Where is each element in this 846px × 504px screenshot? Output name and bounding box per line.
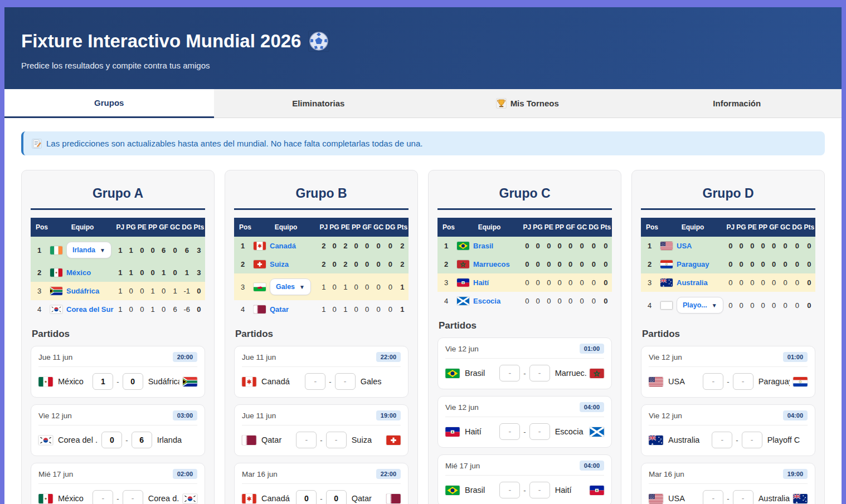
stat-cell: 0 bbox=[769, 273, 780, 292]
home-score-input[interactable] bbox=[703, 490, 723, 504]
away-score-input[interactable] bbox=[123, 373, 143, 390]
stat-cell: 0 bbox=[554, 237, 565, 255]
away-score-input[interactable] bbox=[529, 365, 550, 381]
position-cell: 4 bbox=[437, 292, 456, 310]
match-date: Mar 16 jun bbox=[242, 470, 278, 478]
away-score-input[interactable] bbox=[132, 432, 152, 448]
team-link[interactable]: Escocia bbox=[473, 297, 500, 305]
away-score-input[interactable] bbox=[733, 490, 753, 504]
column-header: Equipo bbox=[660, 218, 726, 237]
stat-cell: 0 bbox=[522, 292, 532, 310]
away-score-input[interactable] bbox=[733, 373, 753, 390]
table-row: 2Suiza20200002 bbox=[234, 255, 409, 273]
home-score-input[interactable] bbox=[712, 432, 732, 448]
match-header: Vie 12 jun04:00 bbox=[445, 402, 604, 417]
stat-cell: 0 bbox=[736, 255, 747, 273]
stat-cell: 0 bbox=[757, 273, 768, 292]
score-separator: - bbox=[727, 495, 729, 503]
home-score-input[interactable] bbox=[499, 482, 520, 498]
stat-cell: 0 bbox=[372, 300, 384, 319]
position-cell: 3 bbox=[31, 282, 50, 300]
home-score-input[interactable] bbox=[93, 490, 113, 504]
flag-us-icon bbox=[660, 242, 673, 250]
page-subtitle: Predice los resultados y compite contra … bbox=[21, 61, 825, 70]
flag-ma-icon bbox=[590, 369, 604, 378]
team-select-dropdown[interactable]: Irlanda▼ bbox=[66, 242, 111, 258]
team-select-dropdown[interactable]: Gales▼ bbox=[270, 278, 311, 295]
tab-eliminatorias[interactable]: Eliminatorias bbox=[214, 89, 424, 118]
stat-cell: 0 bbox=[565, 273, 576, 292]
team-link[interactable]: Brasil bbox=[473, 242, 493, 250]
stat-cell: -1 bbox=[181, 282, 193, 300]
away-score-input[interactable] bbox=[742, 432, 762, 448]
flag-ht-icon bbox=[457, 278, 469, 287]
team-link[interactable]: Australia bbox=[677, 278, 708, 287]
team-link[interactable]: USA bbox=[677, 242, 692, 250]
away-score-input[interactable] bbox=[123, 490, 143, 504]
home-score-input[interactable] bbox=[296, 490, 317, 504]
match-body: Corea del ...-Irlanda bbox=[38, 432, 197, 448]
match-time-badge: 01:00 bbox=[783, 352, 808, 362]
column-header: PE bbox=[137, 218, 147, 237]
flag-ch-icon bbox=[254, 260, 266, 268]
group-title: Grupo A bbox=[31, 178, 205, 210]
position-cell: 2 bbox=[234, 255, 253, 273]
home-score-input[interactable] bbox=[101, 432, 122, 448]
stat-cell: 1 bbox=[340, 273, 351, 300]
team-link[interactable]: México bbox=[66, 268, 91, 277]
match-body: Haití-Escocia bbox=[445, 423, 604, 440]
flag-za-icon bbox=[50, 287, 62, 295]
home-score-input[interactable] bbox=[296, 432, 317, 448]
away-score-input[interactable] bbox=[326, 432, 347, 448]
team-link[interactable]: Haití bbox=[473, 278, 489, 287]
info-banner: Las predicciones son actualizables hasta… bbox=[21, 131, 825, 155]
away-team-name: Australia bbox=[759, 494, 790, 503]
stat-cell: 0 bbox=[385, 237, 396, 255]
match-header: Jue 11 jun19:00 bbox=[242, 410, 401, 425]
home-score-input[interactable] bbox=[305, 373, 325, 390]
tab-informacion[interactable]: Información bbox=[633, 89, 842, 118]
home-team-name: Brasil bbox=[465, 486, 496, 495]
flag-kr-icon bbox=[38, 436, 53, 445]
team-dropdown-label: Playo... bbox=[683, 301, 707, 309]
stat-cell: 0 bbox=[576, 292, 587, 310]
score-separator: - bbox=[125, 436, 128, 444]
away-score-input[interactable] bbox=[335, 373, 356, 390]
away-score-input[interactable] bbox=[529, 482, 550, 498]
team-link[interactable]: Corea del Sur bbox=[66, 305, 114, 314]
away-score-input[interactable] bbox=[326, 490, 347, 504]
stat-cell: 0 bbox=[362, 300, 373, 319]
team-link[interactable]: Canadá bbox=[270, 242, 296, 250]
tab-mis-torneos[interactable]: Mis Torneos bbox=[423, 89, 633, 118]
flag-qa-icon bbox=[254, 305, 266, 314]
team-link[interactable]: Paraguay bbox=[677, 260, 709, 268]
stat-cell: 0 bbox=[158, 300, 169, 319]
column-header: PG bbox=[125, 218, 137, 237]
points-cell: 1 bbox=[396, 300, 409, 319]
column-header: GC bbox=[169, 218, 181, 237]
home-score-input[interactable] bbox=[499, 423, 520, 440]
home-team-name: USA bbox=[668, 494, 699, 503]
stat-cell: 0 bbox=[137, 263, 147, 282]
stat-cell: 1 bbox=[340, 300, 351, 319]
team-link[interactable]: Suiza bbox=[270, 260, 289, 268]
team-link[interactable]: Sudáfrica bbox=[66, 287, 99, 295]
stat-cell: 0 bbox=[554, 255, 565, 273]
home-score-input[interactable] bbox=[703, 373, 723, 390]
tab-grupos[interactable]: Grupos bbox=[4, 89, 214, 118]
group-card: Grupo APosEquipoPJPGPEPPGFGCDGPts1Irland… bbox=[21, 170, 215, 504]
away-score-input[interactable] bbox=[529, 423, 550, 440]
team-link[interactable]: Qatar bbox=[270, 305, 289, 314]
match-card: Mar 16 jun22:00Canadá-Qatar bbox=[234, 463, 409, 504]
stat-cell: 0 bbox=[532, 292, 544, 310]
home-team-name: Qatar bbox=[261, 436, 293, 444]
home-score-input[interactable] bbox=[499, 365, 520, 381]
home-score-input[interactable] bbox=[93, 373, 113, 390]
team-link[interactable]: Marruecos bbox=[473, 260, 510, 268]
team-select-dropdown[interactable]: Playo...▼ bbox=[677, 297, 723, 314]
column-header: Pos bbox=[437, 218, 456, 237]
match-body: México-Sudáfrica bbox=[38, 373, 197, 390]
points-cell: 2 bbox=[396, 237, 409, 255]
flag-ca-icon bbox=[254, 242, 266, 250]
position-cell: 3 bbox=[234, 273, 253, 300]
